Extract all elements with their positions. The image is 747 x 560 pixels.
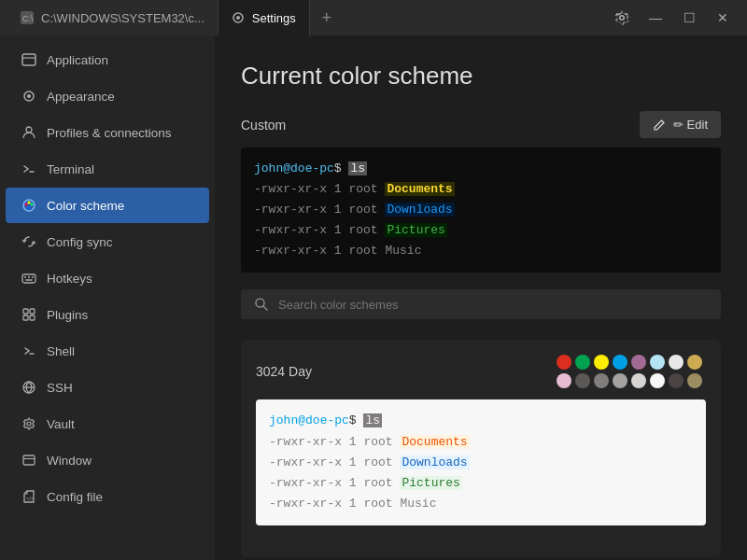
settings-gear-button[interactable] (605, 0, 639, 35)
swatch (669, 373, 684, 388)
gear-icon (614, 10, 629, 25)
terminal-line-music: -rwxr-xr-x 1 root Music (254, 241, 708, 261)
terminal-line-prompt: john@doe-pc$ ls (254, 159, 708, 179)
sidebar-item-configfile[interactable]: </> Config file (6, 479, 209, 514)
svg-rect-4 (22, 54, 35, 65)
sidebar-item-plugins-label: Plugins (47, 308, 88, 322)
page-title: Current color scheme (241, 62, 721, 91)
svg-text:</>: </> (26, 496, 34, 501)
swatch (631, 373, 646, 388)
sidebar-item-configfile-label: Config file (47, 490, 103, 504)
sidebar-item-colorscheme-label: Color scheme (47, 199, 124, 213)
app-icon (21, 51, 37, 68)
swatch (631, 355, 646, 370)
terminal-line-docs-day: -rwxr-xr-x 1 root Documents (269, 432, 693, 453)
content-area: Current color scheme Custom ✏ Edit john@… (215, 35, 747, 560)
sidebar-item-configsync-label: Config sync (47, 235, 113, 249)
profiles-icon (21, 124, 37, 141)
sidebar-item-configsync[interactable]: Config sync (6, 224, 209, 259)
svg-text:C:\: C:\ (22, 14, 34, 23)
svg-rect-20 (23, 309, 28, 314)
current-scheme-preview: john@doe-pc$ ls -rwxr-xr-x 1 root Docume… (241, 147, 721, 273)
search-box[interactable] (241, 289, 721, 319)
sidebar-item-terminal[interactable]: Terminal (6, 151, 209, 187)
colorscheme-icon (21, 197, 37, 214)
svg-point-12 (28, 202, 31, 204)
swatch (557, 355, 571, 370)
plugins-icon (21, 306, 37, 323)
titlebar: C:\ C:\WINDOWS\SYSTEM32\c... Settings + … (0, 0, 747, 35)
scheme-day-name: 3024 Day (256, 364, 312, 379)
tab-settings-label: Settings (252, 11, 296, 25)
search-icon (254, 297, 269, 312)
terminal-line-music-day: -rwxr-xr-x 1 root Music (269, 494, 693, 514)
sidebar-item-vault[interactable]: Vault (6, 406, 209, 441)
sidebar-item-shell-label: Shell (47, 344, 75, 358)
sidebar-item-window-label: Window (47, 454, 92, 468)
sidebar-item-application[interactable]: Application (6, 42, 209, 77)
svg-point-27 (27, 422, 31, 426)
svg-line-32 (263, 306, 267, 310)
svg-point-11 (25, 203, 28, 206)
sidebar-item-hotkeys-label: Hotkeys (47, 272, 92, 286)
swatch (650, 355, 665, 370)
sidebar-item-vault-label: Vault (47, 417, 75, 431)
terminal-line-downloads-day: -rwxr-xr-x 1 root Downloads (269, 453, 693, 473)
sidebar-item-profiles-label: Profiles & connections (47, 126, 172, 140)
swatch (575, 373, 590, 388)
sidebar-item-ssh[interactable]: SSH (6, 370, 209, 405)
sidebar-item-hotkeys[interactable]: Hotkeys (6, 260, 209, 296)
sidebar-item-appearance[interactable]: Appearance (6, 78, 209, 114)
sidebar-item-window[interactable]: Window (6, 442, 209, 478)
custom-label: Custom (241, 118, 286, 133)
vault-icon (21, 415, 37, 432)
pencil-icon (653, 119, 666, 132)
sidebar-item-ssh-label: SSH (47, 381, 73, 395)
settings-tab-icon (232, 11, 245, 24)
terminal-tab-icon: C:\ (21, 11, 34, 24)
scheme-card-header-day: 3024 Day (256, 355, 706, 388)
svg-point-7 (27, 94, 31, 98)
terminal-nav-icon (21, 161, 37, 177)
swatch (575, 355, 590, 370)
swatch (613, 373, 627, 388)
sidebar-item-shell[interactable]: Shell (6, 333, 209, 369)
close-button[interactable]: ✕ (706, 0, 740, 35)
swatch (594, 355, 609, 370)
sidebar-item-application-label: Application (47, 53, 108, 67)
sidebar-item-plugins[interactable]: Plugins (6, 297, 209, 332)
maximize-button[interactable]: ☐ (672, 0, 706, 35)
main-layout: Application Appearance Profiles & connec… (0, 35, 747, 560)
sidebar-item-appearance-label: Appearance (47, 90, 115, 104)
tab-terminal-label: C:\WINDOWS\SYSTEM32\c... (41, 11, 204, 25)
svg-point-8 (26, 127, 32, 133)
terminal-line-pictures: -rwxr-xr-x 1 root Pictures (254, 220, 708, 241)
swatch (650, 373, 665, 388)
sidebar-item-colorscheme[interactable]: Color scheme (6, 188, 209, 223)
configfile-icon: </> (21, 488, 37, 505)
hotkeys-icon (21, 270, 37, 287)
svg-rect-22 (23, 315, 28, 320)
swatch (669, 355, 684, 370)
sidebar-item-terminal-label: Terminal (47, 162, 94, 176)
sidebar-item-profiles[interactable]: Profiles & connections (6, 115, 209, 150)
scheme-day-preview: john@doe-pc$ ls -rwxr-xr-x 1 root Docume… (256, 399, 706, 525)
tab-add-button[interactable]: + (310, 0, 344, 35)
svg-point-3 (236, 16, 240, 20)
minimize-button[interactable]: — (639, 0, 672, 35)
tab-settings[interactable]: Settings (218, 0, 310, 35)
current-scheme-header: Custom ✏ Edit (241, 111, 721, 138)
svg-point-14 (28, 207, 31, 210)
terminal-line-docs: -rwxr-xr-x 1 root Documents (254, 179, 708, 200)
terminal-line-pictures-day: -rwxr-xr-x 1 root Pictures (269, 473, 693, 494)
window-icon (21, 452, 37, 469)
swatch (687, 355, 702, 370)
search-input[interactable] (278, 298, 708, 312)
scheme-card-3024day: 3024 Day (241, 340, 721, 556)
swatch (557, 373, 571, 388)
tab-terminal[interactable]: C:\ C:\WINDOWS\SYSTEM32\c... (7, 0, 218, 35)
edit-button[interactable]: ✏ Edit (640, 111, 721, 138)
scheme-day-swatches (557, 355, 706, 388)
svg-point-13 (31, 203, 34, 206)
titlebar-controls: — ☐ ✕ (605, 0, 740, 35)
